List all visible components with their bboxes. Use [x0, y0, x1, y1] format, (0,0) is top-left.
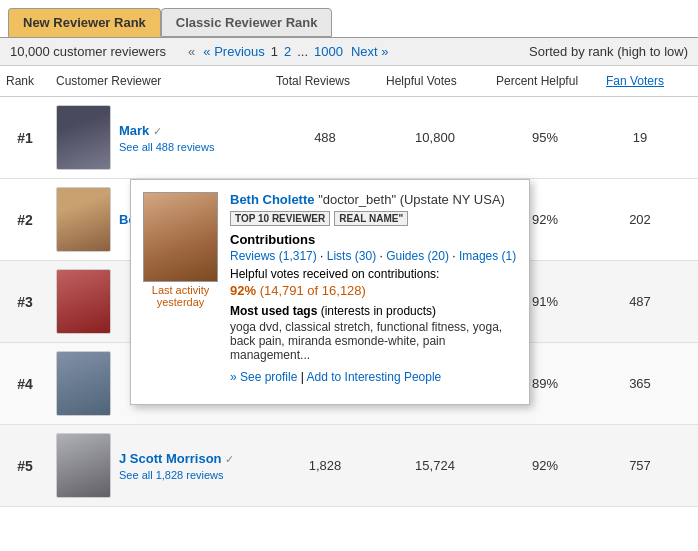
- avatar: [56, 433, 111, 498]
- verified-icon-5: ✓: [225, 453, 234, 465]
- tooltip-footer: » See profile | Add to Interesting Peopl…: [230, 370, 517, 384]
- total-reviews-1: 488: [270, 130, 380, 145]
- col-fan-voters[interactable]: Fan Voters: [600, 70, 680, 92]
- sort-label: Sorted by rank (high to low): [529, 44, 688, 59]
- prev-link[interactable]: « Previous: [203, 44, 264, 59]
- column-headers: Rank Customer Reviewer Total Reviews Hel…: [0, 66, 698, 97]
- rank-4: #4: [0, 376, 50, 392]
- badge-row: TOP 10 REVIEWER REAL NAME": [230, 211, 517, 226]
- avatar: [56, 187, 111, 252]
- page-1[interactable]: 1: [271, 44, 278, 59]
- helpful-pct-display: 92% (14,791 of 16,128): [230, 283, 517, 298]
- fan-voters-5: 757: [600, 458, 680, 473]
- tooltip-reviewer-name: Beth Cholette "doctor_beth" (Upstate NY …: [230, 192, 517, 207]
- badge-realname: REAL NAME": [334, 211, 408, 226]
- reviewer-name-1[interactable]: Mark: [119, 123, 149, 138]
- see-profile-link[interactable]: » See profile: [230, 370, 297, 384]
- fan-voters-2: 202: [600, 212, 680, 227]
- col-rank: Rank: [0, 70, 50, 92]
- page-1000-link[interactable]: 1000: [314, 44, 343, 59]
- reviewer-name-5[interactable]: J Scott Morrison: [119, 451, 222, 466]
- total-reviews-5: 1,828: [270, 458, 380, 473]
- rank-2: #2: [0, 212, 50, 228]
- topbar: 10,000 customer reviewers « « Previous 1…: [0, 37, 698, 66]
- tab-classic-reviewer-rank[interactable]: Classic Reviewer Rank: [161, 8, 333, 37]
- reviewer-count: 10,000 customer reviewers: [10, 44, 166, 59]
- tooltip-name-link[interactable]: Beth Cholette: [230, 192, 315, 207]
- tooltip-avatar: [143, 192, 218, 282]
- see-reviews-5[interactable]: See all 1,828 reviews: [119, 469, 234, 481]
- table-row: #1 Mark ✓ See all 488 reviews 488 10,800…: [0, 97, 698, 179]
- add-interesting-link[interactable]: Add to Interesting People: [307, 370, 442, 384]
- next-link[interactable]: Next »: [351, 44, 389, 59]
- badge-top10: TOP 10 REVIEWER: [230, 211, 330, 226]
- percent-helpful-5: 92%: [490, 458, 600, 473]
- contributions-title: Contributions: [230, 232, 517, 247]
- reviews-link[interactable]: Reviews (1,317): [230, 249, 320, 263]
- reviewer-cell-1: Mark ✓ See all 488 reviews: [50, 105, 270, 170]
- rank-3: #3: [0, 294, 50, 310]
- pct-value: 92%: [230, 283, 256, 298]
- col-helpful-votes: Helpful Votes: [380, 70, 490, 92]
- verified-icon-1: ✓: [153, 125, 162, 137]
- avatar: [56, 105, 111, 170]
- avatar: [56, 351, 111, 416]
- col-total-reviews: Total Reviews: [270, 70, 380, 92]
- page-2-link[interactable]: 2: [284, 44, 291, 59]
- pct-fraction: (14,791 of 16,128): [260, 283, 366, 298]
- fan-voters-3: 487: [600, 294, 680, 309]
- images-link[interactable]: Images (1): [459, 249, 516, 263]
- helpful-votes-5: 15,724: [380, 458, 490, 473]
- helpful-votes-1: 10,800: [380, 130, 490, 145]
- rank-5: #5: [0, 458, 50, 474]
- tags-section: Most used tags (interests in products): [230, 304, 517, 318]
- helpful-votes-label: Helpful votes received on contributions:: [230, 267, 517, 281]
- table-row: #5 J Scott Morrison ✓ See all 1,828 revi…: [0, 425, 698, 507]
- lists-link[interactable]: Lists (30): [327, 249, 380, 263]
- see-reviews-1[interactable]: See all 488 reviews: [119, 141, 214, 153]
- guides-link[interactable]: Guides (20): [386, 249, 452, 263]
- col-percent-helpful: Percent Helpful: [490, 70, 600, 92]
- last-activity: Last activity yesterday: [152, 284, 209, 308]
- table-row: #2 Beth Cholette ✓ 1,317 14,489 92% 202 …: [0, 179, 698, 261]
- percent-helpful-1: 95%: [490, 130, 600, 145]
- col-reviewer: Customer Reviewer: [50, 70, 270, 92]
- reviewer-cell-5: J Scott Morrison ✓ See all 1,828 reviews: [50, 433, 270, 498]
- contributions-line: Reviews (1,317) · Lists (30) · Guides (2…: [230, 249, 517, 263]
- rank-1: #1: [0, 130, 50, 146]
- fan-voters-4: 365: [600, 376, 680, 391]
- fan-voters-1: 19: [600, 130, 680, 145]
- reviewer-tooltip: Last activity yesterday Beth Cholette "d…: [130, 179, 530, 405]
- tags-text: yoga dvd, classical stretch, functional …: [230, 320, 517, 362]
- tab-new-reviewer-rank[interactable]: New Reviewer Rank: [8, 8, 161, 37]
- avatar: [56, 269, 111, 334]
